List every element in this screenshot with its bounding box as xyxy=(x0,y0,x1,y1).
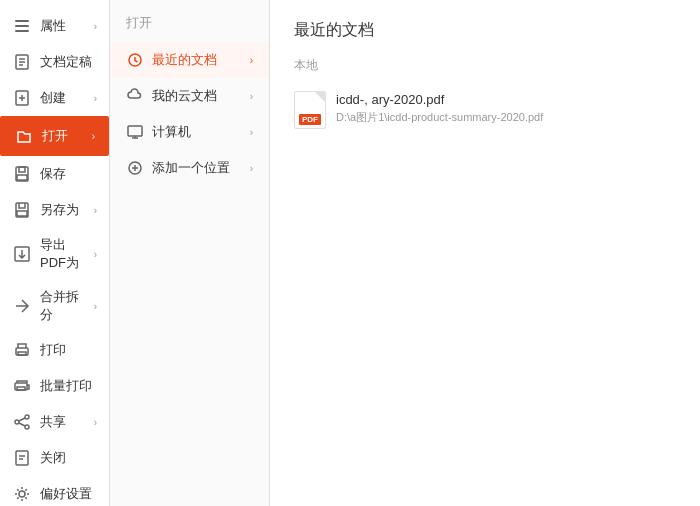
sidebar-item-open-label: 打开 xyxy=(42,127,68,145)
addlocation-chevron: › xyxy=(250,163,253,174)
merge-icon xyxy=(12,296,32,316)
file-item[interactable]: PDF icdd-, ary-2020.pdf D:\a图片1\icdd-pro… xyxy=(294,86,676,134)
cloud-icon xyxy=(126,87,144,105)
batchprint-icon xyxy=(12,376,32,396)
svg-point-22 xyxy=(25,425,29,429)
sidebar-item-exportpdf[interactable]: 导出PDF为 › xyxy=(0,228,109,280)
sidebar-item-close[interactable]: 关闭 xyxy=(0,440,109,476)
sidebar-item-saveas[interactable]: 另存为 › xyxy=(0,192,109,228)
clock-icon xyxy=(126,51,144,69)
sidebar-item-save-label: 保存 xyxy=(40,165,66,183)
sidebar-item-save[interactable]: 保存 xyxy=(0,156,109,192)
share-chevron: › xyxy=(94,417,97,428)
file-icon-container: PDF xyxy=(294,92,326,128)
sidebar-item-merge[interactable]: 合并拆分 › xyxy=(0,280,109,332)
sidebar-item-open[interactable]: 打开 › xyxy=(0,116,109,156)
svg-point-21 xyxy=(15,420,19,424)
submenu-item-cloud[interactable]: 我的云文档 › xyxy=(110,78,269,114)
svg-rect-10 xyxy=(16,167,28,181)
pdf-label: PDF xyxy=(299,114,321,125)
svg-rect-13 xyxy=(16,203,28,217)
addlocation-icon xyxy=(126,159,144,177)
cloud-chevron: › xyxy=(250,91,253,102)
pdf-icon: PDF xyxy=(294,91,326,129)
saveas-chevron: › xyxy=(94,205,97,216)
sidebar-item-share[interactable]: 共享 › xyxy=(0,404,109,440)
svg-rect-0 xyxy=(15,20,29,22)
share-icon xyxy=(12,412,32,432)
print-icon xyxy=(12,340,32,360)
computer-chevron: › xyxy=(250,127,253,138)
sidebar-item-close-label: 关闭 xyxy=(40,449,66,467)
svg-point-26 xyxy=(19,491,25,497)
recent-chevron: › xyxy=(250,55,253,66)
submenu-item-addlocation-label: 添加一个位置 xyxy=(152,159,230,177)
exportpdf-chevron: › xyxy=(94,249,97,260)
sidebar-item-merge-label: 合并拆分 xyxy=(40,288,86,324)
sidebar-item-doctemplate-label: 文档定稿 xyxy=(40,53,92,71)
saveas-icon xyxy=(12,200,32,220)
file-info: icdd-, ary-2020.pdf D:\a图片1\icdd-product… xyxy=(336,92,543,125)
sidebar-item-create-label: 创建 xyxy=(40,89,66,107)
submenu-item-recent-label: 最近的文档 xyxy=(152,51,217,69)
merge-chevron: › xyxy=(94,301,97,312)
svg-point-20 xyxy=(25,415,29,419)
sidebar-item-batchprint[interactable]: 批量打印 xyxy=(0,368,109,404)
file-path: D:\a图片1\icdd-product-summary-2020.pdf xyxy=(336,110,543,125)
sidebar-item-share-label: 共享 xyxy=(40,413,66,431)
svg-rect-28 xyxy=(128,126,142,136)
create-icon xyxy=(12,88,32,108)
open-chevron: › xyxy=(92,131,95,142)
save-icon xyxy=(12,164,32,184)
preferences-icon xyxy=(12,484,32,504)
sidebar-item-create[interactable]: 创建 › xyxy=(0,80,109,116)
sidebar-item-doctemplate[interactable]: 文档定稿 xyxy=(0,44,109,80)
svg-rect-2 xyxy=(15,30,29,32)
submenu-item-recent[interactable]: 最近的文档 › xyxy=(110,42,269,78)
submenu-item-computer[interactable]: 计算机 › xyxy=(110,114,269,150)
sidebar-item-preferences[interactable]: 偏好设置 xyxy=(0,476,109,506)
doctemplate-icon xyxy=(12,52,32,72)
properties-icon xyxy=(12,16,32,36)
sidebar-item-saveas-label: 另存为 xyxy=(40,201,79,219)
submenu-item-cloud-label: 我的云文档 xyxy=(152,87,217,105)
submenu-header: 打开 xyxy=(110,8,269,42)
exportpdf-icon xyxy=(12,244,32,264)
sidebar-item-properties-label: 属性 xyxy=(40,17,66,35)
submenu-item-addlocation[interactable]: 添加一个位置 › xyxy=(110,150,269,186)
submenu-panel: 打开 最近的文档 › 我的云文档 › 计算机 › 添加一个位置 › xyxy=(110,0,270,506)
sidebar-item-properties[interactable]: 属性 › xyxy=(0,8,109,44)
section-label: 本地 xyxy=(294,57,676,74)
main-content: 最近的文档 本地 PDF icdd-, ary-2020.pdf D:\a图片1… xyxy=(270,0,700,506)
svg-rect-12 xyxy=(17,175,27,180)
sidebar-item-print[interactable]: 打印 xyxy=(0,332,109,368)
sidebar-item-exportpdf-label: 导出PDF为 xyxy=(40,236,86,272)
svg-rect-11 xyxy=(19,167,25,172)
computer-icon xyxy=(126,123,144,141)
sidebar-item-print-label: 打印 xyxy=(40,341,66,359)
svg-rect-14 xyxy=(17,211,27,216)
sidebar-item-batchprint-label: 批量打印 xyxy=(40,377,92,395)
file-name: icdd-, ary-2020.pdf xyxy=(336,92,543,107)
submenu-item-computer-label: 计算机 xyxy=(152,123,191,141)
sidebar-item-preferences-label: 偏好设置 xyxy=(40,485,92,503)
close-icon xyxy=(12,448,32,468)
svg-rect-17 xyxy=(18,352,26,355)
properties-chevron: › xyxy=(94,21,97,32)
svg-rect-19 xyxy=(17,387,25,390)
svg-rect-1 xyxy=(15,25,29,27)
svg-rect-23 xyxy=(16,451,28,465)
content-title: 最近的文档 xyxy=(294,20,676,41)
create-chevron: › xyxy=(94,93,97,104)
open-icon xyxy=(14,126,34,146)
main-sidebar: 属性 › 文档定稿 创建 › 打开 › 保存 另存为 › xyxy=(0,0,110,506)
